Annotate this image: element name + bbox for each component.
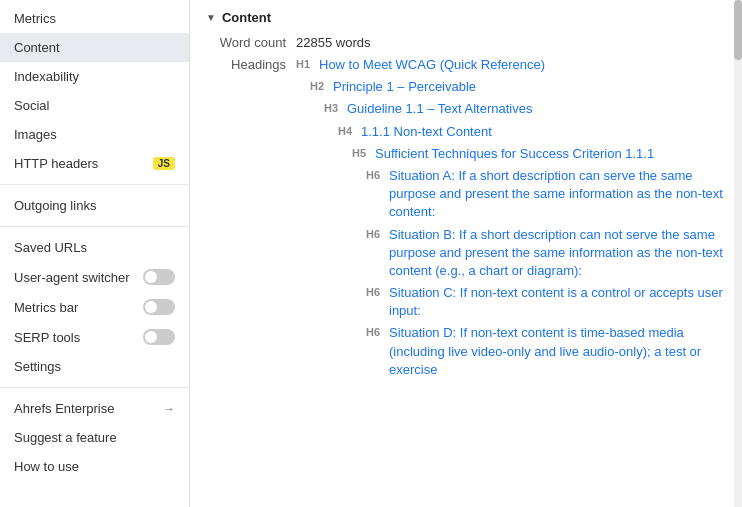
user-agent-toggle[interactable]: [143, 269, 175, 285]
heading-item: H4 1.1.1 Non-text Content: [338, 123, 726, 141]
heading-link[interactable]: Situation B: If a short description can …: [389, 226, 726, 281]
heading-link[interactable]: Situation C: If non-text content is a co…: [389, 284, 726, 320]
word-count-value: 22855 words: [296, 35, 370, 50]
sidebar-item-label: SERP tools: [14, 330, 80, 345]
heading-item: H5 Sufficient Techniques for Success Cri…: [352, 145, 726, 163]
heading-item: H2 Principle 1 – Perceivable: [310, 78, 726, 96]
sidebar-item-how-to-use[interactable]: How to use: [0, 452, 189, 481]
sidebar-item-suggest-feature[interactable]: Suggest a feature: [0, 423, 189, 452]
sidebar-item-social[interactable]: Social: [0, 91, 189, 120]
sidebar-item-saved-urls[interactable]: Saved URLs: [0, 233, 189, 262]
heading-link[interactable]: Guideline 1.1 – Text Alternatives: [347, 100, 533, 118]
heading-link[interactable]: Principle 1 – Perceivable: [333, 78, 476, 96]
sidebar-item-label: Suggest a feature: [14, 430, 117, 445]
sidebar-item-ahrefs-enterprise[interactable]: Ahrefs Enterprise →: [0, 394, 189, 423]
heading-item: H3 Guideline 1.1 – Text Alternatives: [324, 100, 726, 118]
sidebar-item-outgoing-links[interactable]: Outgoing links: [0, 191, 189, 220]
heading-tag: H6: [366, 284, 384, 300]
js-badge: JS: [153, 157, 175, 170]
heading-link[interactable]: Situation D: If non-text content is time…: [389, 324, 726, 379]
heading-item: H6 Situation C: If non-text content is a…: [366, 284, 726, 320]
sidebar-item-label: Settings: [14, 359, 61, 374]
heading-tag: H5: [352, 145, 370, 161]
sidebar-item-metrics-bar[interactable]: Metrics bar: [0, 292, 189, 322]
sidebar-item-label: Content: [14, 40, 60, 55]
sidebar-item-http-headers[interactable]: HTTP headers JS: [0, 149, 189, 178]
sidebar-item-label: Ahrefs Enterprise: [14, 401, 114, 416]
heading-item: H6 Situation D: If non-text content is t…: [366, 324, 726, 379]
headings-list: H1 How to Meet WCAG (Quick Reference) H2…: [296, 56, 726, 383]
heading-link[interactable]: Sufficient Techniques for Success Criter…: [375, 145, 654, 163]
section-header: ▼ Content: [206, 10, 726, 25]
external-link-icon: →: [163, 402, 175, 416]
sidebar-item-settings[interactable]: Settings: [0, 352, 189, 381]
sidebar-item-user-agent-switcher[interactable]: User-agent switcher: [0, 262, 189, 292]
sidebar-item-label: Social: [14, 98, 49, 113]
heading-tag: H1: [296, 56, 314, 72]
heading-tag: H4: [338, 123, 356, 139]
sidebar-item-label: User-agent switcher: [14, 270, 130, 285]
sidebar: Metrics Content Indexability Social Imag…: [0, 0, 190, 507]
scrollbar-thumb[interactable]: [734, 0, 742, 60]
headings-block: Headings H1 How to Meet WCAG (Quick Refe…: [206, 56, 726, 383]
sidebar-item-indexability[interactable]: Indexability: [0, 62, 189, 91]
sidebar-item-label: Indexability: [14, 69, 79, 84]
collapse-arrow-icon[interactable]: ▼: [206, 12, 216, 23]
sidebar-item-label: Images: [14, 127, 57, 142]
sidebar-item-label: HTTP headers: [14, 156, 98, 171]
headings-label: Headings: [206, 56, 296, 383]
metrics-bar-toggle[interactable]: [143, 299, 175, 315]
heading-item: H1 How to Meet WCAG (Quick Reference): [296, 56, 726, 74]
content-section: ▼ Content Word count 22855 words Heading…: [190, 0, 742, 399]
sidebar-item-images[interactable]: Images: [0, 120, 189, 149]
sidebar-divider-2: [0, 226, 189, 227]
sidebar-divider-1: [0, 184, 189, 185]
sidebar-item-label: Saved URLs: [14, 240, 87, 255]
heading-item: H6 Situation A: If a short description c…: [366, 167, 726, 222]
sidebar-item-label: Metrics bar: [14, 300, 78, 315]
heading-link[interactable]: How to Meet WCAG (Quick Reference): [319, 56, 545, 74]
heading-item: H6 Situation B: If a short description c…: [366, 226, 726, 281]
section-title: Content: [222, 10, 271, 25]
sidebar-item-label: How to use: [14, 459, 79, 474]
sidebar-divider-3: [0, 387, 189, 388]
sidebar-item-label: Outgoing links: [14, 198, 96, 213]
heading-tag: H3: [324, 100, 342, 116]
word-count-row: Word count 22855 words: [206, 35, 726, 50]
heading-tag: H6: [366, 167, 384, 183]
sidebar-item-serp-tools[interactable]: SERP tools: [0, 322, 189, 352]
scrollbar-track: [734, 0, 742, 507]
sidebar-item-content[interactable]: Content: [0, 33, 189, 62]
heading-tag: H6: [366, 324, 384, 340]
heading-link[interactable]: Situation A: If a short description can …: [389, 167, 726, 222]
heading-tag: H6: [366, 226, 384, 242]
heading-tag: H2: [310, 78, 328, 94]
word-count-label: Word count: [206, 35, 296, 50]
serp-tools-toggle[interactable]: [143, 329, 175, 345]
main-content: ▼ Content Word count 22855 words Heading…: [190, 0, 742, 507]
sidebar-item-label: Metrics: [14, 11, 56, 26]
heading-link[interactable]: 1.1.1 Non-text Content: [361, 123, 492, 141]
sidebar-item-metrics[interactable]: Metrics: [0, 4, 189, 33]
